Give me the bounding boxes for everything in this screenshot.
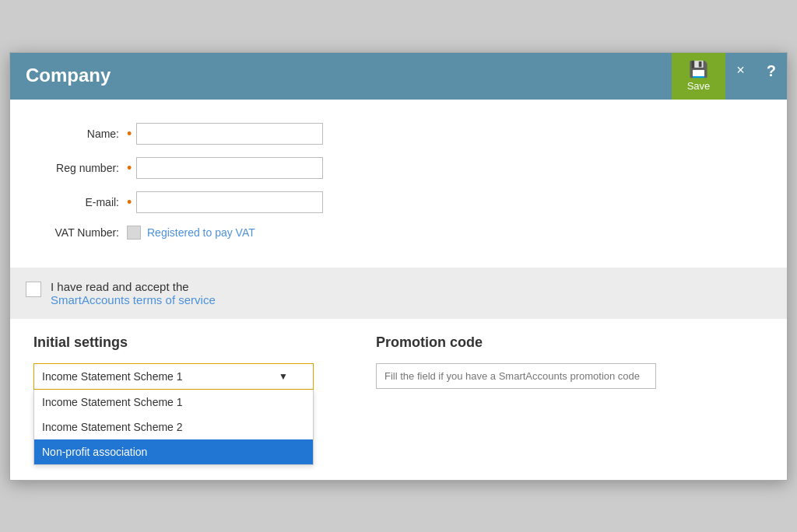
terms-text: I have read and accept the xyxy=(51,280,189,293)
vat-checkbox[interactable] xyxy=(127,226,141,240)
vat-row: VAT Number: Registered to pay VAT xyxy=(33,226,764,240)
reg-required-dot: • xyxy=(127,161,132,175)
dropdown-arrow-icon: ▼ xyxy=(279,371,288,382)
initial-settings-title: Initial settings xyxy=(33,334,345,351)
dropdown-option-3[interactable]: Non-profit association xyxy=(34,439,313,464)
save-label: Save xyxy=(687,80,711,92)
save-button[interactable]: 💾 Save xyxy=(672,53,726,100)
initial-settings-section: Initial settings Income Statement Scheme… xyxy=(33,334,345,390)
email-label: E-mail: xyxy=(33,196,127,208)
sections-row: Initial settings Income Statement Scheme… xyxy=(33,334,764,390)
dropdown-option-2[interactable]: Income Statement Scheme 2 xyxy=(34,415,313,439)
form-section: Name: • Reg number: • E-mail: • VAT Numb… xyxy=(33,115,764,268)
vat-checkbox-label: Registered to pay VAT xyxy=(147,226,255,239)
dropdown-list: Income Statement Scheme 1 Income Stateme… xyxy=(33,390,314,465)
name-label: Name: xyxy=(33,128,127,140)
modal-title: Company xyxy=(10,53,672,100)
email-row: E-mail: • xyxy=(33,191,764,213)
terms-checkbox[interactable] xyxy=(26,282,41,297)
terms-link[interactable]: SmartAccounts terms of service xyxy=(51,293,216,306)
header-buttons: 💾 Save × ? xyxy=(672,53,787,100)
vat-label: VAT Number: xyxy=(33,226,127,239)
close-button[interactable]: × xyxy=(725,56,756,85)
modal-body: Name: • Reg number: • E-mail: • VAT Numb… xyxy=(10,100,787,480)
name-input[interactable] xyxy=(136,123,323,145)
dropdown-selected-value[interactable]: Income Statement Scheme 1 ▼ xyxy=(33,363,314,390)
email-input[interactable] xyxy=(136,191,323,213)
vat-checkbox-row: Registered to pay VAT xyxy=(127,226,255,240)
email-required-dot: • xyxy=(127,195,132,209)
save-icon: 💾 xyxy=(689,60,708,79)
modal-header: Company 💾 Save × ? xyxy=(10,53,787,100)
reg-row: Reg number: • xyxy=(33,157,764,179)
income-statement-dropdown[interactable]: Income Statement Scheme 1 ▼ Income State… xyxy=(33,363,314,390)
help-button[interactable]: ? xyxy=(756,56,787,86)
promotion-title: Promotion code xyxy=(376,334,764,351)
dropdown-current-label: Income Statement Scheme 1 xyxy=(42,370,183,383)
name-required-dot: • xyxy=(127,127,132,141)
promotion-section: Promotion code xyxy=(376,334,764,389)
promo-input[interactable] xyxy=(376,363,656,389)
reg-label: Reg number: xyxy=(33,162,127,174)
reg-input[interactable] xyxy=(136,157,323,179)
terms-bar: I have read and accept the SmartAccounts… xyxy=(10,268,787,319)
dropdown-option-1[interactable]: Income Statement Scheme 1 xyxy=(34,390,313,415)
company-modal: Company 💾 Save × ? Name: • Reg number: • xyxy=(9,52,788,481)
terms-content: I have read and accept the SmartAccounts… xyxy=(51,280,216,306)
name-row: Name: • xyxy=(33,123,764,145)
